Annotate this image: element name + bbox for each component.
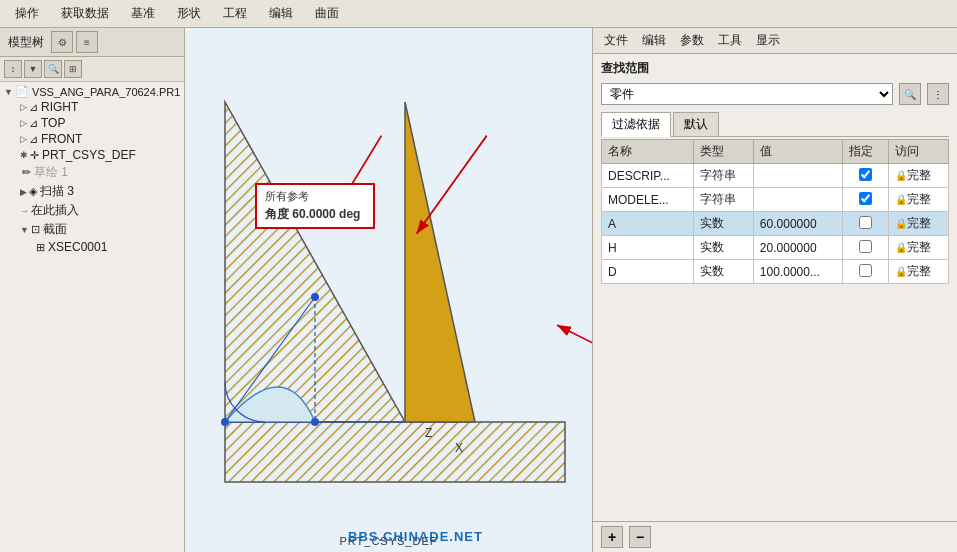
lock-icon-modele: 🔒 [895, 194, 907, 205]
table-row-highlighted[interactable]: A 实数 60.000000 🔒完整 [602, 212, 949, 236]
tree-sort-btn[interactable]: ↕ [4, 60, 22, 78]
tree-item-label-xsec: XSEC0001 [48, 240, 107, 254]
right-menu-params[interactable]: 参数 [677, 31, 707, 50]
right-menu-file[interactable]: 文件 [601, 31, 631, 50]
tree-arrow-front: ▷ [20, 134, 27, 144]
tree-content: ▼ 📄 VSS_ANG_PARA_70624.PR1 ▷ ⊿ RIGHT ▷ ⊿… [0, 82, 184, 552]
sketch-icon: ✏ [22, 166, 31, 179]
tree-item-sweep3[interactable]: ▶ ◈ 扫描 3 [0, 182, 184, 201]
col-header-type[interactable]: 类型 [693, 140, 753, 164]
tree-arrow-right: ▷ [20, 102, 27, 112]
tree-item-file[interactable]: ▼ 📄 VSS_ANG_PARA_70624.PR1 [0, 84, 184, 99]
plane-icon-right: ⊿ [29, 101, 38, 114]
cell-value-a: 60.000000 [753, 212, 843, 236]
cell-check-modele[interactable] [843, 188, 888, 212]
tree-item-csys[interactable]: ✱ ✛ PRT_CSYS_DEF [0, 147, 184, 163]
filter-tab-default[interactable]: 默认 [673, 112, 719, 136]
tree-item-insert[interactable]: → 在此插入 [0, 201, 184, 220]
col-header-name[interactable]: 名称 [602, 140, 694, 164]
cell-type-a: 实数 [693, 212, 753, 236]
toolbar-btn-ops[interactable]: 操作 [4, 2, 50, 25]
table-row[interactable]: MODELE... 字符串 🔒完整 [602, 188, 949, 212]
col-header-value[interactable]: 值 [753, 140, 843, 164]
tree-item-top[interactable]: ▷ ⊿ TOP [0, 115, 184, 131]
tree-item-label-sweep3: 扫描 3 [40, 183, 74, 200]
cell-value-modele [753, 188, 843, 212]
cell-access-modele: 🔒完整 [888, 188, 948, 212]
right-menu-tools[interactable]: 工具 [715, 31, 745, 50]
table-row[interactable]: DESCRIP... 字符串 🔒完整 [602, 164, 949, 188]
tree-settings-btn[interactable]: ⚙ [51, 31, 73, 53]
annotation-unit: deg [339, 207, 360, 221]
table-row[interactable]: D 实数 100.0000... 🔒完整 [602, 260, 949, 284]
params-table-container: 名称 类型 值 指定 访问 DESCRIP... 字符串 🔒完整 [593, 139, 957, 521]
annotation-number: 60.0000 [292, 207, 335, 221]
tree-cols-btn[interactable]: ⊞ [64, 60, 82, 78]
tree-item-label-sketch1: 草绘 1 [34, 164, 68, 181]
tree-arrow-top: ▷ [20, 118, 27, 128]
toolbar-btn-edit[interactable]: 编辑 [258, 2, 304, 25]
svg-marker-4 [405, 102, 475, 422]
tree-item-xsec0001[interactable]: ⊞ XSEC0001 [0, 239, 184, 255]
right-menu-display[interactable]: 显示 [753, 31, 783, 50]
tree-arrow-file: ▼ [4, 87, 13, 97]
scope-search-btn[interactable]: 🔍 [899, 83, 921, 105]
cell-name-d: D [602, 260, 694, 284]
filter-tab-filter[interactable]: 过滤依据 [601, 112, 671, 137]
right-menu-edit[interactable]: 编辑 [639, 31, 669, 50]
toolbar-btn-datum[interactable]: 基准 [120, 2, 166, 25]
svg-rect-2 [225, 422, 565, 482]
svg-point-8 [221, 418, 229, 426]
tree-arrow-csys: ✱ [20, 150, 28, 160]
checkbox-h[interactable] [859, 240, 872, 253]
plane-icon-front: ⊿ [29, 133, 38, 146]
annotation-value: 角度 60.0000 deg [265, 206, 365, 223]
section-icon: ⊡ [31, 223, 40, 236]
col-header-assigned[interactable]: 指定 [843, 140, 888, 164]
cell-name-modele: MODELE... [602, 188, 694, 212]
tree-search-btn[interactable]: 🔍 [44, 60, 62, 78]
cell-check-a[interactable] [843, 212, 888, 236]
cell-type-h: 实数 [693, 236, 753, 260]
add-param-btn[interactable]: + [601, 526, 623, 548]
tree-item-right[interactable]: ▷ ⊿ RIGHT [0, 99, 184, 115]
svg-text:Z: Z [425, 426, 432, 440]
toolbar-btn-getdata[interactable]: 获取数据 [50, 2, 120, 25]
toolbar-btn-shape[interactable]: 形状 [166, 2, 212, 25]
lock-icon-h: 🔒 [895, 242, 907, 253]
cell-name-h: H [602, 236, 694, 260]
cell-type-modele: 字符串 [693, 188, 753, 212]
left-panel: 模型树 ⚙ ≡ ↕ ▼ 🔍 ⊞ ▼ 📄 VSS_ANG_PARA_70624.P… [0, 28, 185, 552]
tree-expand-btn[interactable]: ≡ [76, 31, 98, 53]
table-row[interactable]: H 实数 20.000000 🔒完整 [602, 236, 949, 260]
cell-check-h[interactable] [843, 236, 888, 260]
right-menubar: 文件 编辑 参数 工具 显示 [593, 28, 957, 54]
tree-filter-btn[interactable]: ▼ [24, 60, 42, 78]
toolbar-btn-engineering[interactable]: 工程 [212, 2, 258, 25]
cell-check-d[interactable] [843, 260, 888, 284]
checkbox-a[interactable] [859, 216, 872, 229]
tree-item-label-csys: PRT_CSYS_DEF [42, 148, 136, 162]
csys-icon: ✛ [30, 149, 39, 162]
scope-select[interactable]: 零件 [601, 83, 893, 105]
checkbox-d[interactable] [859, 264, 872, 277]
checkbox-modele[interactable] [859, 192, 872, 205]
col-header-access[interactable]: 访问 [888, 140, 948, 164]
cell-check-descrip[interactable] [843, 164, 888, 188]
tree-item-front[interactable]: ▷ ⊿ FRONT [0, 131, 184, 147]
checkbox-descrip[interactable] [859, 168, 872, 181]
center-panel[interactable]: Z X 所有参考 角度 60.0000 deg [185, 28, 592, 552]
tree-item-label-front: FRONT [41, 132, 82, 146]
cell-value-d: 100.0000... [753, 260, 843, 284]
scope-options-btn[interactable]: ⋮ [927, 83, 949, 105]
model-svg: Z X [205, 52, 575, 522]
toolbar-btn-surface[interactable]: 曲面 [304, 2, 350, 25]
remove-param-btn[interactable]: − [629, 526, 651, 548]
tree-item-section[interactable]: ▼ ⊡ 截面 [0, 220, 184, 239]
cell-access-h: 🔒完整 [888, 236, 948, 260]
tree-item-sketch1[interactable]: ✏ 草绘 1 [0, 163, 184, 182]
tree-arrow-insert: → [20, 206, 29, 216]
lock-icon-descrip: 🔒 [895, 170, 907, 181]
lock-icon-d: 🔒 [895, 266, 907, 277]
svg-point-9 [311, 418, 319, 426]
